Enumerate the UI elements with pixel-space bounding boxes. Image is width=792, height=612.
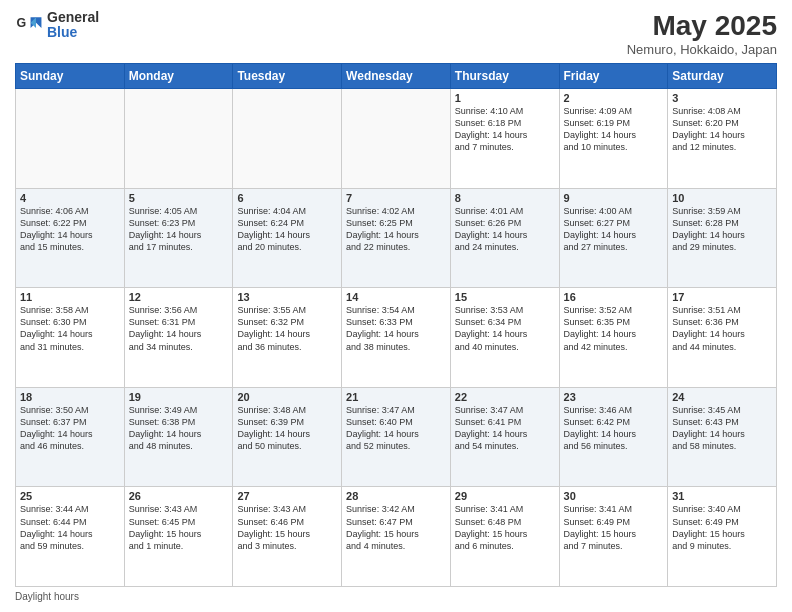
footer-note: Daylight hours — [15, 591, 777, 602]
day-number: 15 — [455, 291, 555, 303]
day-info: Sunrise: 4:02 AMSunset: 6:25 PMDaylight:… — [346, 205, 446, 254]
week-row-3: 11Sunrise: 3:58 AMSunset: 6:30 PMDayligh… — [16, 288, 777, 388]
day-number: 13 — [237, 291, 337, 303]
day-number: 25 — [20, 490, 120, 502]
day-info: Sunrise: 3:50 AMSunset: 6:37 PMDaylight:… — [20, 404, 120, 453]
day-number: 5 — [129, 192, 229, 204]
calendar-cell: 15Sunrise: 3:53 AMSunset: 6:34 PMDayligh… — [450, 288, 559, 388]
location: Nemuro, Hokkaido, Japan — [627, 42, 777, 57]
week-row-5: 25Sunrise: 3:44 AMSunset: 6:44 PMDayligh… — [16, 487, 777, 587]
calendar-cell: 8Sunrise: 4:01 AMSunset: 6:26 PMDaylight… — [450, 188, 559, 288]
header-tuesday: Tuesday — [233, 64, 342, 89]
calendar-cell: 20Sunrise: 3:48 AMSunset: 6:39 PMDayligh… — [233, 387, 342, 487]
calendar-cell: 26Sunrise: 3:43 AMSunset: 6:45 PMDayligh… — [124, 487, 233, 587]
calendar-cell — [16, 89, 125, 189]
day-info: Sunrise: 3:49 AMSunset: 6:38 PMDaylight:… — [129, 404, 229, 453]
day-number: 12 — [129, 291, 229, 303]
day-info: Sunrise: 4:09 AMSunset: 6:19 PMDaylight:… — [564, 105, 664, 154]
month-title: May 2025 — [627, 10, 777, 42]
calendar-cell — [342, 89, 451, 189]
daylight-hours-label: Daylight hours — [15, 591, 79, 602]
week-row-2: 4Sunrise: 4:06 AMSunset: 6:22 PMDaylight… — [16, 188, 777, 288]
calendar-cell: 7Sunrise: 4:02 AMSunset: 6:25 PMDaylight… — [342, 188, 451, 288]
svg-text:G: G — [17, 16, 27, 30]
day-number: 11 — [20, 291, 120, 303]
calendar-cell: 23Sunrise: 3:46 AMSunset: 6:42 PMDayligh… — [559, 387, 668, 487]
day-info: Sunrise: 3:58 AMSunset: 6:30 PMDaylight:… — [20, 304, 120, 353]
day-info: Sunrise: 3:54 AMSunset: 6:33 PMDaylight:… — [346, 304, 446, 353]
day-number: 29 — [455, 490, 555, 502]
day-number: 9 — [564, 192, 664, 204]
day-number: 27 — [237, 490, 337, 502]
header-friday: Friday — [559, 64, 668, 89]
calendar-cell: 4Sunrise: 4:06 AMSunset: 6:22 PMDaylight… — [16, 188, 125, 288]
day-number: 17 — [672, 291, 772, 303]
day-number: 14 — [346, 291, 446, 303]
header-monday: Monday — [124, 64, 233, 89]
calendar-cell: 10Sunrise: 3:59 AMSunset: 6:28 PMDayligh… — [668, 188, 777, 288]
day-info: Sunrise: 3:42 AMSunset: 6:47 PMDaylight:… — [346, 503, 446, 552]
calendar-cell: 13Sunrise: 3:55 AMSunset: 6:32 PMDayligh… — [233, 288, 342, 388]
day-info: Sunrise: 4:08 AMSunset: 6:20 PMDaylight:… — [672, 105, 772, 154]
logo-general: General — [47, 9, 99, 25]
day-number: 31 — [672, 490, 772, 502]
calendar-cell: 31Sunrise: 3:40 AMSunset: 6:49 PMDayligh… — [668, 487, 777, 587]
day-info: Sunrise: 3:56 AMSunset: 6:31 PMDaylight:… — [129, 304, 229, 353]
calendar-cell: 19Sunrise: 3:49 AMSunset: 6:38 PMDayligh… — [124, 387, 233, 487]
day-info: Sunrise: 3:47 AMSunset: 6:41 PMDaylight:… — [455, 404, 555, 453]
calendar-cell: 29Sunrise: 3:41 AMSunset: 6:48 PMDayligh… — [450, 487, 559, 587]
day-info: Sunrise: 3:51 AMSunset: 6:36 PMDaylight:… — [672, 304, 772, 353]
calendar-cell: 30Sunrise: 3:41 AMSunset: 6:49 PMDayligh… — [559, 487, 668, 587]
header-saturday: Saturday — [668, 64, 777, 89]
calendar-cell: 9Sunrise: 4:00 AMSunset: 6:27 PMDaylight… — [559, 188, 668, 288]
day-number: 4 — [20, 192, 120, 204]
day-number: 10 — [672, 192, 772, 204]
day-number: 21 — [346, 391, 446, 403]
day-number: 18 — [20, 391, 120, 403]
day-number: 28 — [346, 490, 446, 502]
day-info: Sunrise: 3:41 AMSunset: 6:48 PMDaylight:… — [455, 503, 555, 552]
day-info: Sunrise: 3:40 AMSunset: 6:49 PMDaylight:… — [672, 503, 772, 552]
day-number: 23 — [564, 391, 664, 403]
day-info: Sunrise: 3:43 AMSunset: 6:46 PMDaylight:… — [237, 503, 337, 552]
day-number: 22 — [455, 391, 555, 403]
calendar-cell: 1Sunrise: 4:10 AMSunset: 6:18 PMDaylight… — [450, 89, 559, 189]
calendar-cell: 24Sunrise: 3:45 AMSunset: 6:43 PMDayligh… — [668, 387, 777, 487]
day-number: 1 — [455, 92, 555, 104]
day-info: Sunrise: 3:45 AMSunset: 6:43 PMDaylight:… — [672, 404, 772, 453]
calendar-cell — [233, 89, 342, 189]
logo-text: General Blue — [47, 10, 99, 41]
day-info: Sunrise: 4:05 AMSunset: 6:23 PMDaylight:… — [129, 205, 229, 254]
day-info: Sunrise: 4:00 AMSunset: 6:27 PMDaylight:… — [564, 205, 664, 254]
calendar-cell: 12Sunrise: 3:56 AMSunset: 6:31 PMDayligh… — [124, 288, 233, 388]
week-row-4: 18Sunrise: 3:50 AMSunset: 6:37 PMDayligh… — [16, 387, 777, 487]
header-thursday: Thursday — [450, 64, 559, 89]
day-number: 30 — [564, 490, 664, 502]
calendar-cell: 27Sunrise: 3:43 AMSunset: 6:46 PMDayligh… — [233, 487, 342, 587]
day-info: Sunrise: 3:53 AMSunset: 6:34 PMDaylight:… — [455, 304, 555, 353]
day-number: 20 — [237, 391, 337, 403]
day-info: Sunrise: 4:10 AMSunset: 6:18 PMDaylight:… — [455, 105, 555, 154]
calendar-cell: 6Sunrise: 4:04 AMSunset: 6:24 PMDaylight… — [233, 188, 342, 288]
day-info: Sunrise: 3:41 AMSunset: 6:49 PMDaylight:… — [564, 503, 664, 552]
day-info: Sunrise: 3:47 AMSunset: 6:40 PMDaylight:… — [346, 404, 446, 453]
calendar-cell: 14Sunrise: 3:54 AMSunset: 6:33 PMDayligh… — [342, 288, 451, 388]
day-info: Sunrise: 3:48 AMSunset: 6:39 PMDaylight:… — [237, 404, 337, 453]
calendar-cell — [124, 89, 233, 189]
header-wednesday: Wednesday — [342, 64, 451, 89]
day-number: 3 — [672, 92, 772, 104]
calendar-cell: 2Sunrise: 4:09 AMSunset: 6:19 PMDaylight… — [559, 89, 668, 189]
calendar-cell: 18Sunrise: 3:50 AMSunset: 6:37 PMDayligh… — [16, 387, 125, 487]
calendar-cell: 17Sunrise: 3:51 AMSunset: 6:36 PMDayligh… — [668, 288, 777, 388]
calendar-cell: 25Sunrise: 3:44 AMSunset: 6:44 PMDayligh… — [16, 487, 125, 587]
day-number: 6 — [237, 192, 337, 204]
logo: G General Blue — [15, 10, 99, 41]
calendar-cell: 21Sunrise: 3:47 AMSunset: 6:40 PMDayligh… — [342, 387, 451, 487]
day-info: Sunrise: 3:46 AMSunset: 6:42 PMDaylight:… — [564, 404, 664, 453]
calendar-cell: 28Sunrise: 3:42 AMSunset: 6:47 PMDayligh… — [342, 487, 451, 587]
day-number: 8 — [455, 192, 555, 204]
day-number: 2 — [564, 92, 664, 104]
calendar-cell: 5Sunrise: 4:05 AMSunset: 6:23 PMDaylight… — [124, 188, 233, 288]
day-info: Sunrise: 4:04 AMSunset: 6:24 PMDaylight:… — [237, 205, 337, 254]
day-header-row: SundayMondayTuesdayWednesdayThursdayFrid… — [16, 64, 777, 89]
